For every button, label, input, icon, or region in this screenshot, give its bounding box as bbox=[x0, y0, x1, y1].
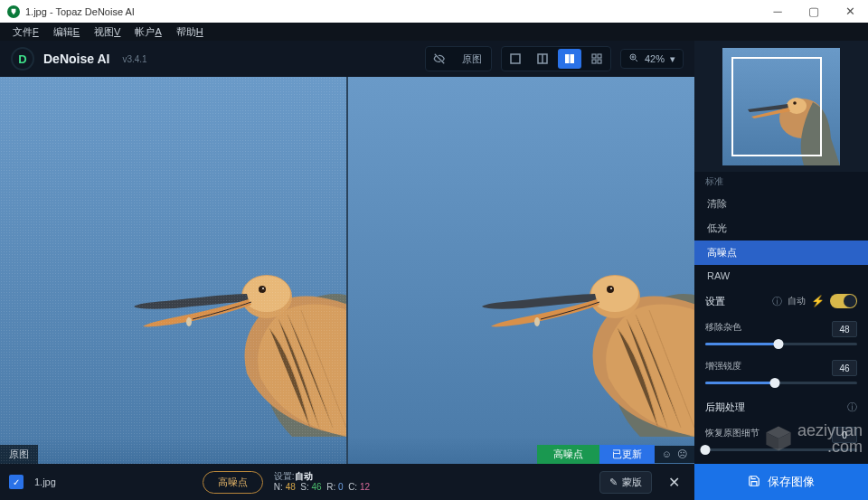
sharpen-slider[interactable] bbox=[705, 382, 857, 384]
heron-illustration bbox=[111, 211, 346, 437]
lightning-icon: ⚡ bbox=[811, 295, 825, 307]
remove-noise-value[interactable]: 48 bbox=[832, 321, 857, 337]
zoom-value: 42% bbox=[645, 53, 665, 64]
view-mode-group bbox=[501, 46, 611, 71]
image-viewport[interactable]: 原图 bbox=[0, 77, 694, 464]
result-pane: 高噪点 已更新 ☺ ☹ bbox=[348, 77, 694, 464]
view-single-button[interactable] bbox=[504, 49, 527, 69]
svg-point-22 bbox=[534, 317, 540, 326]
help-icon[interactable]: ⓘ bbox=[772, 295, 782, 308]
svg-line-10 bbox=[635, 60, 637, 62]
heron-illustration-result bbox=[459, 211, 694, 437]
svg-point-15 bbox=[259, 286, 266, 293]
toolbar: D DeNoise AI v3.4.1 原图 bbox=[0, 41, 694, 77]
model-item-lowlight[interactable]: 低光 bbox=[694, 216, 868, 241]
slider-sharpen: 增强锐度 46 bbox=[694, 354, 868, 393]
chevron-down-icon: ▾ bbox=[670, 53, 675, 65]
menu-account[interactable]: 帐户A bbox=[127, 25, 168, 39]
app-name: DeNoise AI bbox=[43, 52, 109, 66]
remove-noise-slider[interactable] bbox=[705, 343, 857, 345]
navigator[interactable] bbox=[694, 41, 868, 172]
file-checkbox[interactable]: ✓ bbox=[9, 475, 24, 489]
settings-header: 设置 ⓘ 自动 ⚡ bbox=[694, 287, 868, 316]
smiley-icon[interactable]: ☺ bbox=[662, 448, 672, 460]
svg-rect-6 bbox=[598, 54, 601, 58]
window-maximize-button[interactable]: ▢ bbox=[796, 0, 832, 23]
model-item-clear[interactable]: 清除 bbox=[694, 192, 868, 216]
close-item-button[interactable]: ✕ bbox=[663, 474, 685, 491]
menu-help[interactable]: 帮助H bbox=[169, 25, 211, 39]
svg-rect-4 bbox=[570, 54, 574, 63]
save-image-button[interactable]: 保存图像 bbox=[694, 464, 868, 500]
original-label: 原图 bbox=[455, 49, 489, 69]
mode-pill-button[interactable]: 高噪点 bbox=[203, 471, 263, 494]
side-panel: 标准 清除 低光 高噪点 RAW 设置 ⓘ 自动 ⚡ 移除杂色 48 bbox=[694, 41, 868, 500]
svg-point-13 bbox=[241, 275, 292, 318]
save-icon bbox=[748, 475, 760, 490]
view-split-button[interactable] bbox=[531, 49, 554, 69]
navigator-thumb bbox=[722, 48, 840, 165]
mask-button[interactable]: ✎ 蒙版 bbox=[599, 471, 652, 494]
auto-toggle[interactable] bbox=[830, 294, 857, 308]
eye-off-icon bbox=[428, 49, 451, 69]
app-logo-icon: D bbox=[11, 47, 34, 71]
menu-file[interactable]: 文件F bbox=[5, 25, 46, 39]
model-item-severe[interactable]: 高噪点 bbox=[694, 241, 868, 265]
view-grid-button[interactable] bbox=[585, 49, 609, 69]
sharpen-value[interactable]: 46 bbox=[832, 360, 857, 376]
slider-recover-detail: 恢复原图细节 0 bbox=[694, 421, 868, 460]
menubar: 文件F 编辑E 视图V 帐户A 帮助H bbox=[0, 23, 868, 41]
slider-remove-noise: 移除杂色 48 bbox=[694, 316, 868, 354]
original-toggle[interactable]: 原图 bbox=[425, 46, 492, 71]
models-section-label: 标准 bbox=[694, 172, 868, 192]
sad-icon[interactable]: ☹ bbox=[677, 448, 687, 460]
original-badge: 原图 bbox=[0, 445, 38, 464]
recover-slider[interactable] bbox=[705, 448, 857, 451]
app-favicon bbox=[7, 5, 20, 18]
svg-point-14 bbox=[243, 276, 290, 312]
menu-edit[interactable]: 编辑E bbox=[46, 25, 87, 39]
svg-rect-8 bbox=[598, 60, 601, 63]
help-icon[interactable]: ⓘ bbox=[847, 401, 857, 414]
svg-point-20 bbox=[607, 286, 614, 293]
view-sidebyside-button[interactable] bbox=[558, 49, 581, 69]
svg-point-21 bbox=[610, 288, 612, 289]
window-minimize-button[interactable]: ─ bbox=[760, 0, 796, 23]
window-titlebar: 1.jpg - Topaz DeNoise AI ─ ▢ ✕ bbox=[0, 0, 868, 23]
navigator-viewport-rect[interactable] bbox=[731, 57, 822, 156]
window-title: 1.jpg - Topaz DeNoise AI bbox=[25, 6, 135, 17]
svg-point-19 bbox=[591, 276, 638, 312]
result-status: 已更新 bbox=[599, 445, 655, 464]
magnifier-icon bbox=[628, 52, 639, 65]
model-item-raw[interactable]: RAW bbox=[694, 265, 868, 287]
recover-value[interactable]: 0 bbox=[832, 427, 857, 443]
svg-rect-5 bbox=[592, 54, 596, 58]
original-pane: 原图 bbox=[0, 77, 346, 464]
pencil-icon: ✎ bbox=[609, 476, 618, 488]
app-version: v3.4.1 bbox=[122, 54, 146, 64]
settings-info: 设置:自动 N: 48 S: 46 R: 0 C: 12 bbox=[274, 471, 370, 493]
result-mode: 高噪点 bbox=[537, 445, 599, 464]
svg-point-17 bbox=[186, 317, 192, 326]
svg-rect-7 bbox=[592, 60, 596, 63]
footer-bar: ✓ 1.jpg 高噪点 设置:自动 N: 48 S: 46 R: 0 C: 12… bbox=[0, 464, 694, 500]
svg-rect-0 bbox=[511, 54, 520, 63]
filename: 1.jpg bbox=[34, 476, 56, 487]
svg-rect-3 bbox=[565, 54, 570, 63]
zoom-control[interactable]: 42% ▾ bbox=[620, 49, 684, 69]
postprocess-header: 后期处理 ⓘ bbox=[694, 393, 868, 421]
result-badge: 高噪点 已更新 ☺ ☹ bbox=[537, 445, 694, 464]
svg-point-16 bbox=[262, 288, 264, 289]
menu-view[interactable]: 视图V bbox=[87, 25, 127, 39]
window-close-button[interactable]: ✕ bbox=[832, 0, 868, 23]
